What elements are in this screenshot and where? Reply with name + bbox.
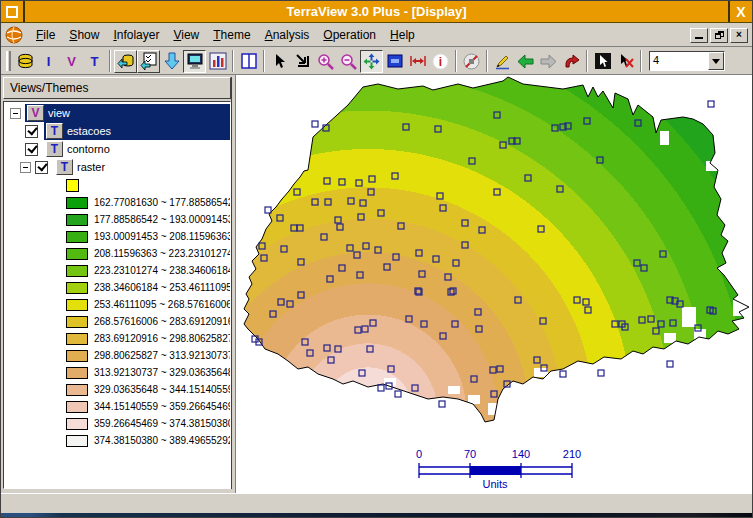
menu-analysis[interactable]: Analysis xyxy=(258,26,317,44)
tree-item-contorno[interactable]: T contorno xyxy=(4,140,230,158)
scale-combo-dropdown-button[interactable] xyxy=(708,52,724,70)
station-marker xyxy=(312,121,318,127)
legend-color-chip xyxy=(66,350,88,362)
map-display[interactable]: 0 70 140 210 Units xyxy=(235,75,752,493)
menu-help[interactable]: Help xyxy=(383,26,422,44)
window-menu-button[interactable] xyxy=(1,1,25,22)
views-themes-tree[interactable]: V view T estacoes T xyxy=(3,101,231,489)
legend-range-label: 374.38150380 ~ 389.49655292 xyxy=(94,435,231,446)
import-table-button[interactable] xyxy=(137,50,160,73)
toolbar-separator xyxy=(455,50,457,72)
legend-row[interactable]: 253.46111095 ~ 268.57616006 xyxy=(4,296,230,313)
legend-row[interactable]: 177.88586542 ~ 193.00091453 xyxy=(4,211,230,228)
estacoes-checkbox[interactable] xyxy=(25,125,38,138)
toolbar-separator xyxy=(232,50,234,72)
tree-item-view[interactable]: V view xyxy=(4,104,230,122)
toolbar-grip[interactable] xyxy=(6,51,11,71)
menu-infolayer[interactable]: Infolayer xyxy=(106,26,166,44)
edit-disabled-button[interactable] xyxy=(460,50,483,73)
legend-row[interactable]: 283.69120916 ~ 298.80625827 xyxy=(4,330,230,347)
station-marker xyxy=(395,391,401,397)
chart-button[interactable] xyxy=(206,50,229,73)
legend-row[interactable]: 223.23101274 ~ 238.34606184 xyxy=(4,262,230,279)
menu-view[interactable]: View xyxy=(166,26,206,44)
raster-symbol-chip[interactable] xyxy=(66,179,79,192)
contorno-checkbox[interactable] xyxy=(25,143,38,156)
map-canvas[interactable]: 0 70 140 210 Units xyxy=(236,75,753,493)
scalebar-tick-70: 70 xyxy=(464,448,476,460)
toolbar-separator xyxy=(640,50,642,72)
export-button[interactable] xyxy=(160,50,183,73)
pan-tool[interactable] xyxy=(360,50,383,73)
menu-file[interactable]: File xyxy=(29,26,62,44)
raster-label: raster xyxy=(77,161,105,173)
legend-row[interactable]: 313.92130737 ~ 329.03635648 xyxy=(4,364,230,381)
info-tool[interactable]: i xyxy=(429,50,452,73)
contorno-label: contorno xyxy=(67,143,110,155)
tree-item-estacoes[interactable]: T estacoes xyxy=(4,122,230,140)
svg-text:i: i xyxy=(439,55,442,69)
raster-checkbox[interactable] xyxy=(35,161,48,174)
legend-row[interactable]: 298.80625827 ~ 313.92130737 xyxy=(4,347,230,364)
pointer-tool[interactable] xyxy=(268,50,291,73)
zoom-rect-tool[interactable] xyxy=(291,50,314,73)
database-button[interactable] xyxy=(14,50,37,73)
legend-row[interactable]: 374.38150380 ~ 389.49655292 xyxy=(4,432,230,449)
zoom-in-tool[interactable] xyxy=(314,50,337,73)
station-marker xyxy=(598,370,604,376)
next-button[interactable] xyxy=(537,50,560,73)
restore-button[interactable] xyxy=(710,28,728,43)
legend-range-label: 177.88586542 ~ 193.00091453 xyxy=(94,214,231,225)
graphic-edit-tool[interactable] xyxy=(491,50,514,73)
station-marker xyxy=(439,401,445,407)
scale-combo[interactable]: 4 xyxy=(649,51,725,71)
unselect-tool[interactable] xyxy=(614,50,637,73)
legend-row[interactable]: 268.57616006 ~ 283.69120916 xyxy=(4,313,230,330)
bottom-strip xyxy=(1,513,752,518)
legend-range-label: 298.80625827 ~ 313.92130737 xyxy=(94,350,231,361)
minimize-button[interactable] xyxy=(690,28,708,43)
collapse-icon[interactable] xyxy=(20,162,31,173)
legend-color-chip xyxy=(66,333,88,345)
legend-row[interactable]: 193.00091453 ~ 208.11596363 xyxy=(4,228,230,245)
views-themes-header: Views/Themes xyxy=(3,77,231,99)
menu-operation[interactable]: Operation xyxy=(316,26,383,44)
legend-color-chip xyxy=(66,282,88,294)
scalebar-units-label: Units xyxy=(482,478,508,490)
menu-theme[interactable]: Theme xyxy=(206,26,257,44)
legend-row[interactable]: 162.77081630 ~ 177.88586542 xyxy=(4,194,230,211)
legend-color-chip xyxy=(66,231,88,243)
station-marker xyxy=(708,101,714,107)
legend-row[interactable]: 329.03635648 ~ 344.15140559 xyxy=(4,381,230,398)
infolayer-button[interactable]: I xyxy=(37,50,60,73)
previous-button[interactable] xyxy=(514,50,537,73)
zoom-out-tool[interactable] xyxy=(337,50,360,73)
legend-range-label: 208.11596363 ~ 223.23101274 xyxy=(94,248,231,259)
recompose-button[interactable] xyxy=(383,50,406,73)
scalebar-tick-210: 210 xyxy=(563,448,581,460)
display-button[interactable] xyxy=(183,50,206,73)
collapse-icon[interactable] xyxy=(10,108,21,119)
scale-combo-value: 4 xyxy=(650,52,708,70)
menu-show[interactable]: Show xyxy=(62,26,106,44)
mdi-close-button[interactable]: × xyxy=(730,28,748,43)
measure-distance-tool[interactable] xyxy=(406,50,429,73)
legend-row[interactable]: 344.15140559 ~ 359.26645469 xyxy=(4,398,230,415)
tree-item-raster[interactable]: T raster xyxy=(4,158,230,176)
toolbar-separator xyxy=(263,50,265,72)
main-area: Views/Themes V view T estacoes xyxy=(1,75,752,493)
tile-windows-button[interactable] xyxy=(237,50,260,73)
legend-row[interactable]: 208.11596363 ~ 223.23101274 xyxy=(4,245,230,262)
theme-icon: T xyxy=(46,123,63,139)
view-button[interactable]: V xyxy=(60,50,83,73)
theme-button[interactable]: T xyxy=(83,50,106,73)
legend-row[interactable]: 238.34606184 ~ 253.46111095 xyxy=(4,279,230,296)
raster-symbol-row[interactable] xyxy=(4,176,230,194)
mdi-controls: × xyxy=(690,28,748,43)
close-button[interactable]: X xyxy=(728,1,752,22)
import-data-button[interactable] xyxy=(114,50,137,73)
legend-row[interactable]: 359.26645469 ~ 374.38150380 xyxy=(4,415,230,432)
undo-button[interactable] xyxy=(560,50,583,73)
select-tool[interactable] xyxy=(591,50,614,73)
app-icon xyxy=(6,6,18,18)
